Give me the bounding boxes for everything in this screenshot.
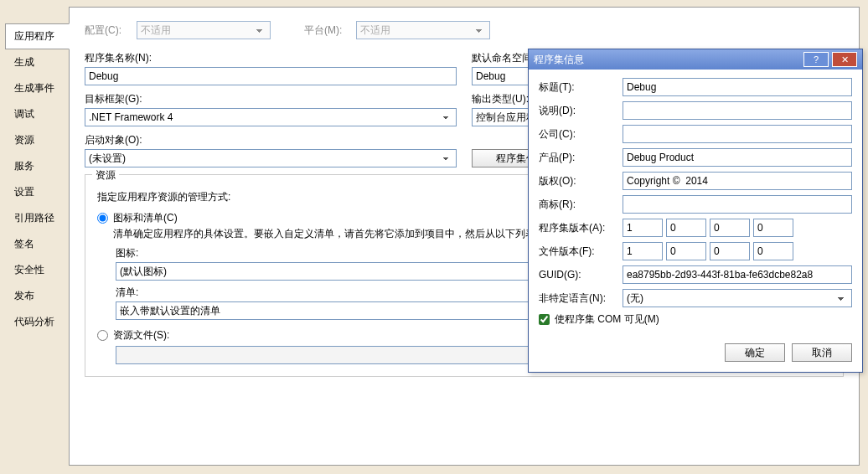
help-icon[interactable]: ?	[803, 52, 829, 67]
dlg-filever-0[interactable]	[623, 242, 663, 260]
dlg-filever-2[interactable]	[710, 242, 750, 260]
dlg-product-input[interactable]	[623, 148, 852, 167]
assembly-name-input[interactable]	[85, 67, 457, 85]
target-framework-select[interactable]: .NET Framework 4	[85, 108, 457, 126]
dlg-lang-select[interactable]: (无)	[623, 289, 852, 307]
dlg-guid-input[interactable]	[623, 265, 852, 284]
tab-settings[interactable]: 设置	[5, 179, 69, 205]
startup-object-select[interactable]: (未设置)	[85, 149, 457, 167]
dlg-lang-label: 非特定语言(N):	[539, 291, 617, 306]
dlg-asmver-label: 程序集版本(A):	[539, 221, 617, 235]
platform-select: 不适用	[356, 21, 490, 39]
startup-object-label: 启动对象(O):	[85, 133, 457, 147]
dlg-trademark-input[interactable]	[623, 195, 852, 214]
dlg-filever-1[interactable]	[666, 242, 706, 260]
dlg-cancel-button[interactable]: 取消	[792, 343, 852, 362]
tab-publish[interactable]: 发布	[5, 283, 69, 309]
dlg-trademark-label: 商标(R):	[539, 198, 617, 212]
dlg-asmver-1[interactable]	[666, 219, 706, 237]
resource-file-radio-label: 资源文件(S):	[113, 328, 169, 343]
tab-code-analysis[interactable]: 代码分析	[5, 309, 69, 335]
platform-label: 平台(M):	[304, 23, 348, 38]
tab-signing[interactable]: 签名	[5, 231, 69, 257]
tab-application[interactable]: 应用程序	[5, 23, 70, 49]
dlg-copyright-label: 版权(O):	[539, 174, 617, 188]
dlg-company-input[interactable]	[623, 125, 852, 143]
close-icon[interactable]: ✕	[832, 52, 857, 67]
dlg-desc-label: 说明(D):	[539, 104, 617, 118]
resources-group-title: 资源	[92, 168, 119, 183]
dlg-product-label: 产品(P):	[539, 151, 617, 165]
tab-services[interactable]: 服务	[5, 153, 69, 179]
tab-security[interactable]: 安全性	[5, 257, 69, 283]
dialog-title-text: 程序集信息	[534, 53, 800, 67]
tab-debug[interactable]: 调试	[5, 101, 69, 127]
dlg-com-visible-label: 使程序集 COM 可见(M)	[555, 312, 659, 327]
dlg-asmver-3[interactable]	[753, 219, 793, 237]
config-label: 配置(C):	[85, 23, 128, 38]
target-framework-label: 目标框架(G):	[85, 92, 457, 106]
dialog-titlebar[interactable]: 程序集信息 ? ✕	[529, 49, 862, 70]
dlg-ok-button[interactable]: 确定	[725, 343, 785, 362]
dlg-filever-3[interactable]	[753, 242, 793, 260]
dlg-filever-label: 文件版本(F):	[539, 245, 617, 259]
dlg-company-label: 公司(C):	[539, 127, 617, 142]
icon-manifest-radio[interactable]	[97, 213, 108, 224]
dlg-title-label: 标题(T):	[539, 80, 617, 95]
tab-build[interactable]: 生成	[5, 49, 69, 75]
dlg-title-input[interactable]	[623, 78, 852, 96]
tab-strip: 应用程序 生成 生成事件 调试 资源 服务 设置 引用路径 签名 安全性 发布 …	[5, 7, 69, 466]
dlg-guid-label: GUID(G):	[539, 269, 617, 281]
dlg-com-visible-checkbox[interactable]	[539, 314, 550, 325]
assembly-info-dialog: 程序集信息 ? ✕ 标题(T): 说明(D): 公司(C): 产品(P): 版权…	[528, 49, 863, 373]
tab-resources[interactable]: 资源	[5, 127, 69, 153]
tab-reference-paths[interactable]: 引用路径	[5, 205, 69, 231]
tab-build-events[interactable]: 生成事件	[5, 75, 69, 101]
resource-file-radio[interactable]	[97, 330, 108, 341]
config-select: 不适用	[137, 21, 271, 39]
assembly-name-label: 程序集名称(N):	[85, 51, 457, 65]
dlg-asmver-0[interactable]	[623, 219, 663, 237]
dlg-asmver-2[interactable]	[710, 219, 750, 237]
dlg-copyright-input[interactable]	[623, 172, 852, 190]
dlg-desc-input[interactable]	[623, 101, 852, 120]
